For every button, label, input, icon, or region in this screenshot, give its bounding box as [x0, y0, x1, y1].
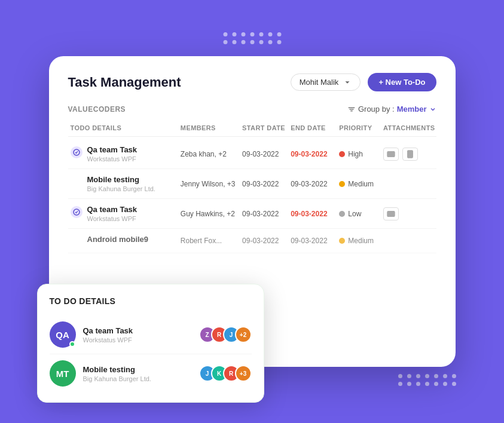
online-indicator	[69, 341, 75, 347]
priority-label: Low	[348, 210, 361, 218]
member-cell: Jenny Wilson, +3	[181, 180, 242, 188]
decorative-dots-top	[223, 32, 281, 44]
chevron-down-icon	[343, 78, 352, 87]
user-dropdown[interactable]: Mohit Malik	[291, 73, 361, 91]
table-header: TODO DETAILS MEMBERS START DATE END DATE…	[68, 119, 436, 137]
page-title: Task Management	[68, 75, 181, 90]
priority-label: High	[348, 150, 363, 158]
member-cell: Zeba khan, +2	[181, 150, 242, 158]
task-title-cell: Qa team Task Workstatus WPF	[71, 205, 181, 222]
th-end: END DATE	[291, 124, 339, 131]
table-row[interactable]: Qa team Task Workstatus WPF Zeba khan, +…	[68, 139, 436, 169]
group-by-value: Member	[397, 105, 427, 114]
end-date-cell: 09-03-2022	[291, 210, 339, 218]
task-sub: Workstatus WPF	[87, 155, 138, 163]
th-todo: TODO DETAILS	[71, 124, 181, 131]
priority-cell: Low	[339, 210, 383, 218]
priority-cell: High	[339, 150, 383, 158]
member-avatar: +3	[235, 365, 252, 382]
image-attach-icon	[383, 207, 399, 220]
start-date-cell: 09-03-2022	[242, 210, 291, 218]
priority-label: Medium	[348, 237, 374, 245]
end-date-cell: 09-03-2022	[291, 150, 339, 158]
task-sub: Big Kahuna Burger Ltd.	[87, 185, 155, 192]
popup-card: TO DO DETAILS QA Qa team Task Workstatus…	[37, 284, 264, 403]
group-by-control[interactable]: Group by : Member	[347, 105, 436, 114]
th-priority: PRIORITY	[339, 124, 383, 131]
subheader: VALUECODERS Group by : Member	[68, 105, 436, 114]
priority-indicator	[339, 181, 345, 187]
table-row[interactable]: Qa team Task Workstatus WPF Guy Hawkins,…	[68, 199, 436, 229]
popup-title: TO DO DETAILS	[50, 296, 252, 306]
priority-indicator	[339, 238, 345, 244]
table-row[interactable]: Mobile testing Big Kahuna Burger Ltd. Je…	[68, 169, 436, 199]
end-date-cell: 09-03-2022	[291, 180, 339, 188]
image-attach-icon	[383, 148, 399, 161]
task-icon	[71, 206, 83, 218]
org-label: VALUECODERS	[68, 105, 126, 114]
task-icon	[71, 146, 83, 158]
task-name: Qa team Task	[87, 145, 138, 154]
task-title-cell: Android mobile9	[71, 235, 181, 247]
task-sub: Workstatus WPF	[87, 215, 138, 222]
th-start: START DATE	[242, 124, 291, 131]
header-actions: Mohit Malik + New To-Do	[291, 73, 436, 91]
priority-indicator	[339, 211, 345, 217]
avatar: MT	[50, 360, 76, 387]
doc-attach-icon	[402, 148, 418, 161]
start-date-cell: 09-03-2022	[242, 150, 291, 158]
attachments-cell	[383, 148, 436, 161]
decorative-dots-bottom-right	[398, 374, 456, 386]
priority-cell: Medium	[339, 180, 383, 188]
user-dropdown-label: Mohit Malik	[300, 78, 339, 87]
end-date-cell: 09-03-2022	[291, 237, 339, 245]
popup-task-info: QA Qa team Task Workstatus WPF	[50, 321, 133, 348]
group-by-label: Group by :	[358, 105, 395, 114]
priority-label: Medium	[348, 180, 374, 188]
member-cell: Robert Fox...	[181, 237, 242, 245]
priority-cell: Medium	[339, 237, 383, 245]
popup-row[interactable]: QA Qa team Task Workstatus WPF Z R J +2	[50, 315, 252, 354]
main-card: Task Management Mohit Malik + New To-Do …	[49, 56, 456, 367]
member-cell: Guy Hawkins, +2	[181, 210, 242, 218]
avatar-initials: QA	[56, 330, 69, 340]
task-name: Android mobile9	[87, 235, 149, 244]
attachments-cell	[383, 207, 436, 220]
filter-icon	[347, 105, 356, 114]
task-title-cell: Mobile testing Big Kahuna Burger Ltd.	[71, 175, 181, 192]
member-avatar: +2	[235, 326, 252, 343]
new-todo-button[interactable]: + New To-Do	[368, 73, 436, 91]
chevron-small-icon	[429, 106, 436, 113]
start-date-cell: 09-03-2022	[242, 237, 291, 245]
popup-task-name: Qa team Task	[83, 326, 133, 335]
th-attachments: ATTACHMENTS	[383, 124, 436, 131]
popup-task-info: MT Mobile testing Big Kahuna Burger Ltd.	[50, 360, 151, 387]
task-name: Qa team Task	[87, 205, 138, 214]
task-title-cell: Qa team Task Workstatus WPF	[71, 145, 181, 163]
popup-task-sub: Big Kahuna Burger Ltd.	[83, 375, 151, 382]
popup-task-name: Mobile testing	[83, 365, 151, 374]
start-date-cell: 09-03-2022	[242, 180, 291, 188]
avatar: QA	[50, 321, 76, 348]
task-name: Mobile testing	[87, 175, 155, 184]
new-todo-label: + New To-Do	[378, 78, 425, 87]
th-members: MEMBERS	[181, 124, 242, 131]
page-header: Task Management Mohit Malik + New To-Do	[68, 73, 436, 91]
popup-task-sub: Workstatus WPF	[83, 336, 133, 344]
table-row[interactable]: Android mobile9 Robert Fox... 09-03-2022…	[68, 229, 436, 253]
member-avatars: J K R +3	[199, 365, 252, 382]
avatar-initials: MT	[56, 369, 69, 379]
popup-row[interactable]: MT Mobile testing Big Kahuna Burger Ltd.…	[50, 354, 252, 393]
priority-indicator	[339, 151, 345, 157]
member-avatars: Z R J +2	[199, 326, 252, 343]
